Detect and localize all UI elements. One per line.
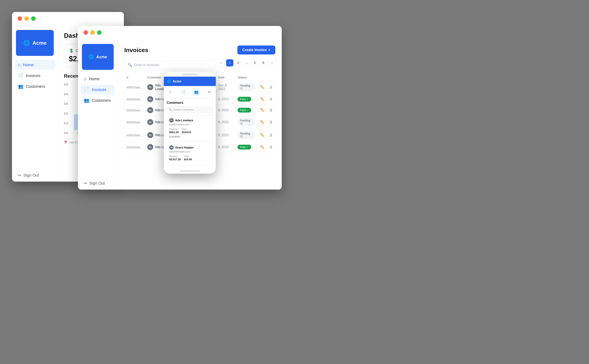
cell-id: 85842ba0... — [124, 129, 145, 142]
maximize-button[interactable] — [31, 16, 36, 21]
signout-icon-2: ↪ — [84, 181, 87, 186]
cell-edit[interactable]: ✏️ — [258, 116, 267, 129]
create-invoice-label: Create Invoice — [242, 48, 267, 52]
delete-icon[interactable]: 🗑 — [269, 133, 273, 137]
delete-icon[interactable]: 🗑 — [269, 108, 273, 112]
invoice-icon: 📄 — [18, 73, 23, 78]
cell-delete[interactable]: 🗑 — [267, 142, 275, 153]
plus-icon: + — [268, 48, 271, 52]
mobile-stat-pending-1: Pending $3,017.20 — [169, 155, 181, 161]
cell-edit[interactable]: ✏️ — [258, 94, 267, 105]
status-badge: Pending ⏱ — [238, 131, 255, 139]
cell-edit[interactable]: ✏️ — [258, 142, 267, 153]
cell-delete[interactable]: 🗑 — [267, 81, 275, 94]
delete-icon[interactable]: 🗑 — [269, 97, 273, 101]
signout-button-2[interactable]: ↪ Sign Out — [78, 177, 118, 190]
cell-date: 6, 2022 — [216, 129, 235, 142]
globe-icon-2: 🌐 — [88, 54, 94, 59]
mobile-stat-paid-0: Paid $124.01 — [182, 128, 191, 134]
search-placeholder: Search invoices — [134, 63, 160, 67]
page-2-button[interactable]: 2 — [234, 59, 242, 66]
mobile-customer-email-0: ada@lovelace.com — [169, 123, 210, 126]
page-ellipsis: ... — [243, 59, 250, 66]
page-1-button[interactable]: 1 — [226, 59, 233, 66]
search-bar[interactable]: 🔍 Search invoices — [124, 60, 215, 69]
cell-edit[interactable]: ✏️ — [258, 81, 267, 94]
cell-date: 6, 2022 — [216, 94, 235, 105]
mobile-bottom-bar — [180, 170, 200, 172]
mobile-customer-name-0: AL Ada Lovelace — [169, 118, 210, 123]
minimize-button[interactable] — [90, 30, 95, 35]
create-invoice-button[interactable]: Create Invoice + — [237, 46, 275, 54]
mobile-nav-customers[interactable]: 👥 — [192, 88, 201, 96]
close-button[interactable] — [18, 16, 22, 21]
sidebar-item-customers-2[interactable]: 👥 Customers — [81, 95, 115, 105]
invoices-header: Invoices Create Invoice + — [124, 46, 275, 54]
mobile-nav-home[interactable]: ⌂ — [167, 88, 174, 96]
customers-icon: 👥 — [18, 84, 23, 89]
cell-delete[interactable]: 🗑 — [267, 129, 275, 142]
mobile-nav-invoices[interactable]: 📄 — [179, 88, 187, 96]
cell-edit[interactable]: ✏️ — [258, 105, 267, 116]
minimize-button[interactable] — [24, 16, 29, 21]
page-5-button[interactable]: 5 — [251, 59, 259, 66]
page-6-button[interactable]: 6 — [260, 59, 267, 66]
edit-icon[interactable]: ✏️ — [260, 133, 265, 137]
close-button[interactable] — [84, 30, 88, 35]
mobile-search-icon: 🔍 — [169, 108, 172, 111]
calendar-icon: 📅 — [64, 141, 67, 144]
cell-status: Paid ✓ — [235, 142, 258, 153]
sidebar-item-invoices-2[interactable]: 📄 Invoices — [81, 84, 115, 95]
cell-delete[interactable]: 🗑 — [267, 94, 275, 105]
search-pagination-row: 🔍 Search invoices ← 1 2 ... 5 6 → — [124, 59, 275, 71]
sidebar-item-invoices[interactable]: 📄 Invoices — [15, 71, 55, 81]
mobile-window: 🌐 Acme ⌂ 📄 👥 ↪ Customers 🔍 Search custom… — [164, 72, 216, 174]
mobile-search-placeholder: Search customers — [173, 108, 194, 111]
maximize-button[interactable] — [97, 30, 101, 35]
status-badge: Paid ✓ — [238, 108, 251, 113]
edit-icon[interactable]: ✏️ — [260, 108, 265, 112]
edit-icon[interactable]: ✏️ — [260, 97, 265, 101]
chart-y-labels: $5k $4k $3k $2k $1k $0k — [64, 83, 68, 135]
cell-date: Dec 6, 2022 — [216, 81, 235, 94]
next-page-button[interactable]: → — [268, 59, 275, 66]
delete-icon[interactable]: 🗑 — [269, 85, 273, 89]
mobile-customer-card-1[interactable]: GH Grace Hopper grace@hopper.com Pending… — [167, 143, 213, 165]
prev-page-button[interactable]: ← — [218, 59, 225, 66]
sidebar-item-customers[interactable]: 👥 Customers — [15, 81, 55, 91]
customer-avatar: AL — [147, 96, 153, 102]
signout-button[interactable]: ↪ Sign Out — [12, 169, 58, 182]
mobile-customer-card-0[interactable]: AL Ada Lovelace ada@lovelace.com Pending… — [167, 116, 213, 141]
col-edit — [258, 74, 267, 81]
sidebar-item-customers-label: Customers — [26, 84, 45, 89]
home-icon-2: ⌂ — [84, 76, 87, 81]
customer-avatar: AL — [147, 107, 153, 113]
edit-icon[interactable]: ✏️ — [260, 85, 265, 89]
mobile-stats-1: Pending $3,017.20 Paid $10.00 — [169, 155, 210, 161]
edit-icon[interactable]: ✏️ — [260, 120, 265, 124]
cell-edit[interactable]: ✏️ — [258, 129, 267, 142]
cell-id: 85842ba0... — [124, 142, 145, 153]
cell-status: Pending ⏱ — [235, 129, 258, 142]
edit-icon[interactable]: ✏️ — [260, 145, 265, 149]
cell-status: Paid ✓ — [235, 105, 258, 116]
sidebar-item-home[interactable]: ⌂ Home — [15, 60, 55, 70]
invoices-title: Invoices — [124, 47, 148, 53]
mobile-brand-name: Acme — [173, 80, 181, 83]
cell-delete[interactable]: 🗑 — [267, 116, 275, 129]
invoices-sidebar: 🌐 Acme ⌂ Home 📄 Invoices 👥 Customers ↪ S… — [78, 40, 118, 190]
sidebar-nav-2: ⌂ Home 📄 Invoices 👥 Customers — [78, 74, 118, 177]
delete-icon[interactable]: 🗑 — [269, 145, 273, 149]
cell-delete[interactable]: 🗑 — [267, 105, 275, 116]
mobile-nav: ⌂ 📄 👥 ↪ — [164, 86, 216, 98]
status-badge: Paid ✓ — [238, 145, 251, 150]
sidebar-item-home-2[interactable]: ⌂ Home — [81, 74, 115, 84]
delete-icon[interactable]: 🗑 — [269, 120, 273, 124]
mobile-stat-pending-0: Pending $561.34 — [169, 128, 179, 134]
mobile-stat-paid-1: Paid $10.00 — [184, 155, 192, 161]
sidebar-logo-2: 🌐 Acme — [82, 44, 114, 70]
sidebar-item-invoices-label: Invoices — [26, 73, 40, 78]
mobile-search-bar[interactable]: 🔍 Search customers — [167, 107, 213, 113]
status-badge: Paid ✓ — [238, 97, 251, 102]
mobile-nav-signout[interactable]: ↪ — [205, 88, 213, 96]
